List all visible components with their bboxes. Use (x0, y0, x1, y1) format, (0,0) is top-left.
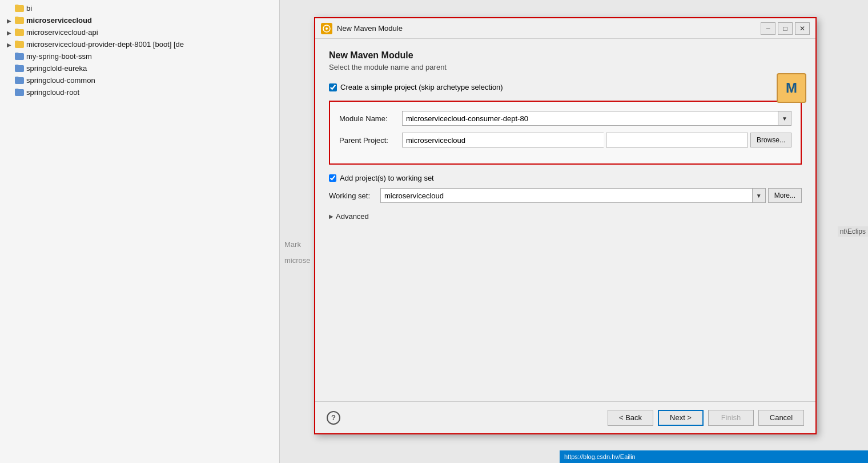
statusbar: https://blog.csdn.hv/Eailin (560, 450, 868, 463)
working-set-input-wrap: ▼ (380, 188, 766, 203)
sidebar-item-springclold-eureka[interactable]: springclold-eureka (0, 62, 279, 74)
right-edge-text: nt\Eclips (838, 226, 868, 237)
working-set-input[interactable] (380, 188, 752, 203)
folder-icon-microservicecloud (15, 17, 24, 24)
expand-arrow-microservicecloud: ▶ (7, 18, 13, 23)
bg-mark-text: Mark (284, 240, 301, 249)
sidebar-item-label-my-spring: my-spring-boot-ssm (26, 52, 92, 61)
add-working-set-checkbox[interactable] (329, 174, 336, 182)
advanced-row[interactable]: ▶ Advanced (329, 210, 802, 223)
expand-arrow-springcloud-root (7, 90, 13, 95)
sidebar-item-label-springclold-eureka: springclold-eureka (26, 64, 87, 73)
folder-icon-springcloud-root (15, 89, 24, 96)
new-maven-module-dialog: New Maven Module – □ ✕ M New Maven Modul… (314, 17, 817, 434)
sidebar: bi ▶ microservicecloud ▶ microserviceclo… (0, 0, 280, 463)
browse-button[interactable]: Browse... (750, 133, 791, 147)
working-set-row: Working set: ▼ More... (329, 188, 802, 203)
expand-arrow-bi (7, 6, 13, 11)
module-name-label: Module Name: (339, 114, 402, 123)
module-name-input[interactable] (402, 111, 778, 126)
parent-project-row: Parent Project: Browse... (339, 133, 791, 147)
close-button[interactable]: ✕ (795, 22, 810, 35)
dialog-body: M New Maven Module Select the module nam… (315, 39, 815, 234)
sidebar-item-label-bi: bi (26, 4, 32, 13)
expand-arrow-my-spring (7, 54, 13, 59)
sidebar-item-bi[interactable]: bi (0, 2, 279, 14)
parent-project-extra-input[interactable] (606, 133, 748, 147)
add-working-set-checkbox-row: Add project(s) to working set (329, 174, 802, 182)
svg-point-1 (326, 27, 328, 30)
titlebar-buttons: – □ ✕ (761, 22, 810, 35)
parent-project-input[interactable] (402, 133, 604, 147)
module-name-dropdown-arrow[interactable]: ▼ (778, 111, 791, 126)
finish-button[interactable]: Finish (708, 410, 754, 426)
minimize-button[interactable]: – (761, 22, 775, 35)
working-set-dropdown-arrow[interactable]: ▼ (752, 188, 766, 203)
expand-arrow-springcloud-common (7, 78, 13, 83)
sidebar-item-label-microservicecloud: microservicecloud (26, 16, 92, 25)
maven-icon: M (777, 73, 806, 103)
sidebar-item-microservicecloud-api[interactable]: ▶ microservicecloud-api (0, 26, 279, 38)
next-button[interactable]: Next > (658, 410, 704, 426)
create-simple-label[interactable]: Create a simple project (skip archetype … (340, 83, 503, 91)
folder-icon-bi (15, 5, 24, 12)
expand-arrow-microservicecloud-provider: ▶ (7, 42, 13, 47)
dialog-title-label: New Maven Module (337, 24, 403, 33)
folder-icon-springclold-eureka (15, 65, 24, 72)
dialog-titlebar: New Maven Module – □ ✕ (315, 18, 815, 39)
sidebar-item-microservicecloud[interactable]: ▶ microservicecloud (0, 14, 279, 26)
parent-project-input-wrap (402, 133, 604, 147)
folder-icon-microservicecloud-api (15, 29, 24, 36)
sidebar-item-microservicecloud-provider[interactable]: ▶ microservicecloud-provider-dept-8001 [… (0, 38, 279, 50)
parent-project-label: Parent Project: (339, 136, 402, 145)
statusbar-url: https://blog.csdn.hv/Eailin (564, 453, 636, 460)
working-set-section: Add project(s) to working set Working se… (329, 174, 802, 223)
folder-icon-springcloud-common (15, 77, 24, 84)
help-button[interactable]: ? (327, 411, 340, 425)
dialog-title-icon (321, 23, 332, 34)
module-name-input-wrap: ▼ (402, 111, 791, 126)
more-button[interactable]: More... (768, 188, 802, 203)
expand-arrow-springclold-eureka (7, 66, 13, 71)
sidebar-item-my-spring-boot-ssm[interactable]: my-spring-boot-ssm (0, 50, 279, 62)
add-working-set-label[interactable]: Add project(s) to working set (340, 174, 434, 182)
sidebar-item-label-microservicecloud-api: microservicecloud-api (26, 28, 98, 37)
sidebar-item-label-springcloud-common: springcloud-common (26, 76, 95, 85)
sidebar-item-label-springcloud-root: springcloud-root (26, 88, 79, 97)
advanced-arrow-icon: ▶ (329, 213, 333, 219)
working-set-label: Working set: (329, 191, 380, 200)
bg-microse-text: microse (284, 256, 311, 265)
expand-arrow-microservicecloud-api: ▶ (7, 30, 13, 35)
create-simple-checkbox[interactable] (329, 83, 337, 91)
form-section: Module Name: ▼ Parent Project: Browse... (329, 101, 802, 165)
sidebar-item-springcloud-common[interactable]: springcloud-common (0, 74, 279, 86)
advanced-label: Advanced (336, 212, 369, 221)
dialog-footer: ? < Back Next > Finish Cancel (315, 401, 815, 433)
sidebar-item-springcloud-root[interactable]: springcloud-root (0, 86, 279, 98)
sidebar-item-label-microservicecloud-provider: microservicecloud-provider-dept-8001 [bo… (26, 40, 184, 49)
module-name-row: Module Name: ▼ (339, 111, 791, 126)
create-simple-checkbox-row: Create a simple project (skip archetype … (329, 83, 802, 91)
dialog-heading: New Maven Module (329, 50, 802, 61)
main-area: Mark microse nt\Eclips New Maven Module … (280, 0, 868, 463)
cancel-button[interactable]: Cancel (758, 410, 804, 426)
back-button[interactable]: < Back (608, 410, 653, 426)
folder-icon-my-spring (15, 53, 24, 60)
maximize-button[interactable]: □ (778, 22, 793, 35)
dialog-title-area: New Maven Module (321, 23, 403, 34)
settings-icon (322, 24, 331, 33)
dialog-subheading: Select the module name and parent (329, 63, 802, 71)
folder-icon-microservicecloud-provider (15, 41, 24, 48)
